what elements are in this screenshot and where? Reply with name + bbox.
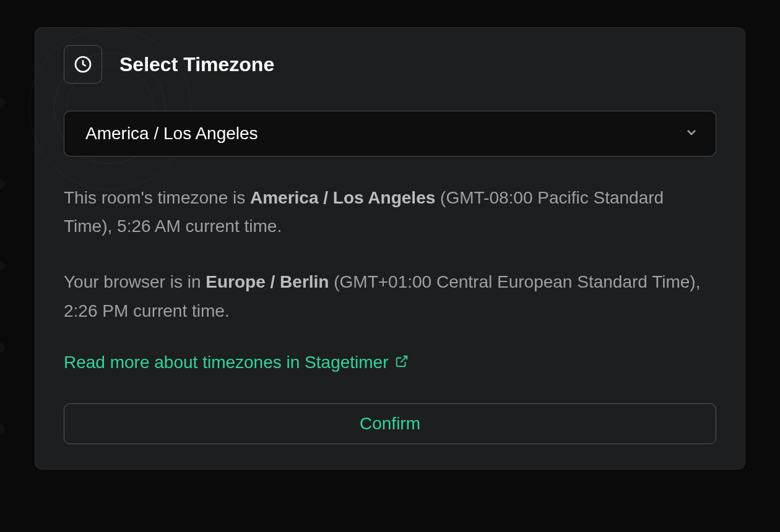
dialog-title: Select Timezone <box>119 53 274 76</box>
room-timezone-name: America / Los Angeles <box>250 188 435 207</box>
docs-link-label: Read more about timezones in Stagetimer <box>64 353 389 372</box>
clock-icon <box>64 45 102 84</box>
room-timezone-line: This room's timezone is America / Los An… <box>64 184 716 241</box>
browser-timezone-line: Your browser is in Europe / Berlin (GMT+… <box>64 268 716 325</box>
svg-line-1 <box>401 356 407 363</box>
timezone-select[interactable]: America / Los Angeles <box>64 111 716 157</box>
timezone-info: This room's timezone is America / Los An… <box>64 184 716 325</box>
room-timezone-prefix: This room's timezone is <box>64 188 250 207</box>
browser-timezone-name: Europe / Berlin <box>206 272 329 291</box>
browser-timezone-prefix: Your browser is in <box>64 272 206 291</box>
external-link-icon <box>395 353 409 372</box>
docs-link-row: Read more about timezones in Stagetimer <box>64 353 716 372</box>
timezone-dialog: Select Timezone America / Los Angeles Th… <box>35 27 745 470</box>
timezone-select-value: America / Los Angeles <box>85 124 258 144</box>
background-decor-dots <box>0 0 12 532</box>
dialog-header: Select Timezone <box>64 45 716 84</box>
confirm-button[interactable]: Confirm <box>64 403 716 444</box>
timezone-select-wrap: America / Los Angeles <box>64 111 716 157</box>
docs-link[interactable]: Read more about timezones in Stagetimer <box>64 353 409 372</box>
